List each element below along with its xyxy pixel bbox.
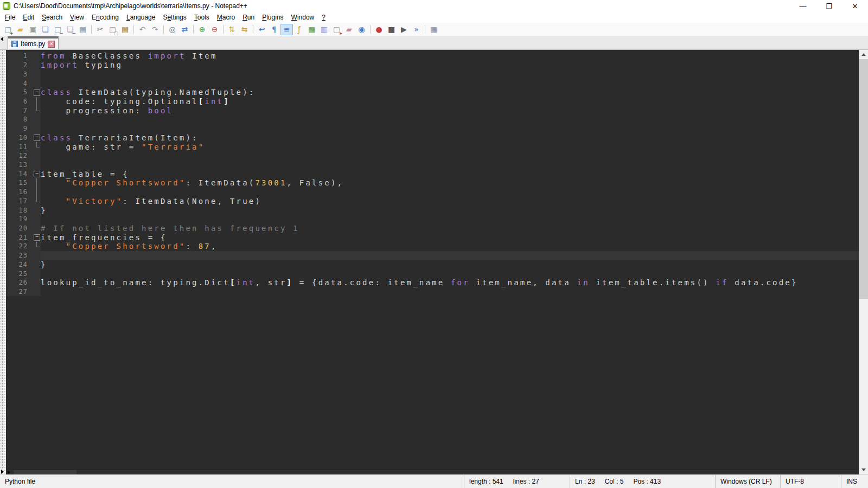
menu-item-window[interactable]: Window xyxy=(288,12,318,22)
status-encoding[interactable]: UTF-8 xyxy=(780,475,841,488)
show-all-chars-icon[interactable]: ¶ xyxy=(268,24,280,35)
toolbar-separator xyxy=(133,25,134,34)
fold-margin xyxy=(32,251,41,260)
menu-item-help[interactable]: ? xyxy=(318,12,329,22)
notepad-plus-plus-window: C:\Users\Dood\Documents\tmp\Archipelago\… xyxy=(0,0,868,488)
document-list-icon[interactable]: ▥ xyxy=(318,24,330,35)
code-line-20: 20# If not listed here then has frequenc… xyxy=(6,224,859,233)
indent-guide-icon[interactable]: ≡ xyxy=(280,24,293,35)
toolbar-separator xyxy=(223,25,224,34)
code-text xyxy=(41,151,859,160)
document-map-icon[interactable]: ▦ xyxy=(305,24,318,35)
toolbar-separator xyxy=(193,25,194,34)
code-line-18: 18} xyxy=(6,206,859,215)
open-folder-icon[interactable]: ▰ xyxy=(14,24,27,35)
menu-item-language[interactable]: Language xyxy=(123,12,159,22)
left-grip-strip[interactable] xyxy=(0,50,6,474)
chevron-down-icon xyxy=(861,468,866,471)
close-file-icon[interactable]: ▢− xyxy=(52,24,64,35)
title-bar: C:\Users\Dood\Documents\tmp\Archipelago\… xyxy=(0,0,868,12)
line-number: 2 xyxy=(6,61,32,70)
minimize-button[interactable]: — xyxy=(790,0,816,12)
find-icon[interactable]: ◎ xyxy=(166,24,178,35)
zoom-out-icon[interactable]: ⊖ xyxy=(208,24,221,35)
tab-close-icon[interactable]: ✕ xyxy=(48,41,55,48)
function-list-icon[interactable]: ƒ xyxy=(293,24,305,35)
word-wrap-icon[interactable]: ↩ xyxy=(256,24,268,35)
code-text xyxy=(41,251,859,260)
redo-icon[interactable]: ↷ xyxy=(149,24,161,35)
menu-item-view[interactable]: View xyxy=(66,12,88,22)
fold-margin xyxy=(32,215,41,224)
code-text xyxy=(41,188,859,197)
menu-bar: FileEditSearchViewEncodingLanguageSettin… xyxy=(0,12,868,23)
new-file-icon[interactable]: ▢+ xyxy=(2,24,14,35)
vertical-scrollbar[interactable] xyxy=(859,50,868,474)
fold-margin xyxy=(32,188,41,197)
tab-scroll-left-icon[interactable] xyxy=(1,37,3,41)
horizontal-scrollbar[interactable] xyxy=(6,469,859,474)
replace-icon[interactable]: ⇄ xyxy=(178,24,191,35)
macro-run-multiple-icon[interactable]: » xyxy=(410,24,423,35)
menu-item-run[interactable]: Run xyxy=(239,12,258,22)
line-number: 13 xyxy=(6,160,32,170)
zoom-in-icon[interactable]: ⊕ xyxy=(196,24,208,35)
menu-item-search[interactable]: Search xyxy=(38,12,66,22)
menu-item-edit[interactable]: Edit xyxy=(19,12,38,22)
line-number: 14 xyxy=(6,169,32,178)
status-insert-mode[interactable]: INS xyxy=(841,475,868,488)
hscroll-thumb[interactable] xyxy=(14,470,76,474)
code-editor[interactable]: 1from BaseClasses import Item2import typ… xyxy=(6,50,859,469)
code-line-22: 22 "Copper Shortsword": 87, xyxy=(6,242,859,251)
save-icon[interactable]: ▣ xyxy=(27,24,39,35)
close-button[interactable]: ✕ xyxy=(842,0,868,12)
fold-margin xyxy=(32,142,41,151)
file-browser-icon[interactable]: ▢▸ xyxy=(330,24,343,35)
close-all-icon[interactable]: ❏− xyxy=(64,24,76,35)
restore-button[interactable]: ❐ xyxy=(816,0,842,12)
tab-items-py[interactable]: Items.py ✕ xyxy=(8,36,59,49)
folder-as-workspace-icon[interactable]: ▰ xyxy=(343,24,355,35)
fold-marker-icon[interactable] xyxy=(32,88,41,97)
toolbar-separator xyxy=(370,25,371,34)
sync-horizontal-icon[interactable]: ⇆ xyxy=(238,24,251,35)
menu-item-tools[interactable]: Tools xyxy=(190,12,213,22)
menu-item-encoding[interactable]: Encoding xyxy=(88,12,123,22)
fold-margin xyxy=(32,97,41,106)
code-line-13: 13 xyxy=(6,160,859,170)
fold-marker-icon[interactable] xyxy=(32,133,41,142)
cut-icon[interactable]: ✂ xyxy=(94,24,106,35)
copy-icon[interactable]: ▢▢ xyxy=(106,24,119,35)
status-eol-format[interactable]: Windows (CR LF) xyxy=(715,475,780,488)
macro-save-icon[interactable]: ▦ xyxy=(427,24,440,35)
undo-icon[interactable]: ↶ xyxy=(136,24,149,35)
menu-item-settings[interactable]: Settings xyxy=(159,12,190,22)
fold-margin xyxy=(32,178,41,188)
menu-item-macro[interactable]: Macro xyxy=(213,12,239,22)
menu-item-plugins[interactable]: Plugins xyxy=(258,12,287,22)
fold-margin xyxy=(32,151,41,160)
code-text xyxy=(41,79,859,88)
macro-stop-icon[interactable]: ■ xyxy=(385,24,398,35)
line-number: 26 xyxy=(6,278,32,287)
save-all-icon[interactable]: ❏ xyxy=(39,24,52,35)
menu-item-file[interactable]: File xyxy=(1,12,19,22)
code-text: item_frequencies = { xyxy=(41,233,859,242)
fold-marker-icon[interactable] xyxy=(32,233,41,242)
vscroll-track[interactable] xyxy=(859,59,868,465)
line-number: 6 xyxy=(6,97,32,106)
print-icon[interactable]: ▤ xyxy=(76,24,89,35)
editor-area: 1from BaseClasses import Item2import typ… xyxy=(0,50,868,474)
scroll-up-button[interactable] xyxy=(859,50,868,59)
fold-margin xyxy=(32,52,41,61)
macro-record-icon[interactable]: ● xyxy=(373,24,385,35)
paste-icon[interactable]: ▤ xyxy=(119,24,131,35)
grip-arrow-icon xyxy=(1,470,4,474)
sync-vertical-icon[interactable]: ⇅ xyxy=(226,24,238,35)
macro-playback-icon[interactable]: ▶ xyxy=(398,24,410,35)
scroll-down-button[interactable] xyxy=(859,465,868,474)
monitoring-eye-icon[interactable]: ◉ xyxy=(355,24,368,35)
fold-marker-icon[interactable] xyxy=(32,169,41,178)
vscroll-thumb[interactable] xyxy=(859,59,868,299)
code-line-3: 3 xyxy=(6,69,859,79)
